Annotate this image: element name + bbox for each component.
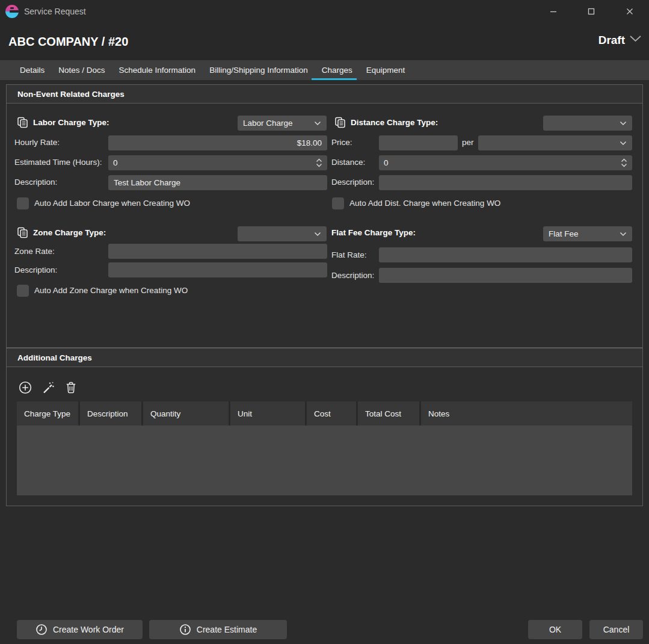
- close-icon: [626, 7, 634, 16]
- column-header-unit[interactable]: Unit: [230, 401, 307, 426]
- auto-add-zone-checkbox[interactable]: [17, 285, 29, 297]
- clock-icon: [35, 624, 48, 636]
- distance-description-input[interactable]: [379, 175, 632, 190]
- tab-schedule-information[interactable]: Schedule Information: [119, 60, 196, 80]
- flat-fee-charge-type-label: Flat Fee Charge Type:: [331, 228, 416, 237]
- zone-rate-label: Zone Rate:: [14, 247, 55, 256]
- column-header-cost[interactable]: Cost: [307, 401, 358, 426]
- copy-document-icon: [17, 117, 28, 128]
- chevron-down-icon: [620, 141, 627, 146]
- ok-button[interactable]: OK: [528, 620, 582, 639]
- minimize-icon: [549, 7, 558, 16]
- status-badge: Draft: [598, 34, 625, 47]
- service-request-window: Service Request ABC COMPANY / #20 Draft …: [0, 0, 649, 644]
- zone-description-label: Description:: [14, 265, 57, 274]
- tab-equipment[interactable]: Equipment: [366, 60, 405, 80]
- labor-charge-type-label: Labor Charge Type:: [33, 118, 109, 127]
- chevron-down-icon: [314, 121, 321, 126]
- zone-charge-type-label: Zone Charge Type:: [33, 228, 106, 237]
- flat-fee-description-label: Description:: [331, 271, 374, 280]
- flat-fee-description-input[interactable]: [379, 268, 632, 283]
- non-event-charges-panel: Non-Event Related Charges Labor Charge T…: [6, 84, 643, 348]
- zone-rate-input[interactable]: [108, 244, 327, 259]
- flat-rate-label: Flat Rate:: [331, 250, 367, 259]
- chevron-down-icon: [620, 121, 627, 126]
- chevron-down-icon: [620, 232, 627, 237]
- tab-billing-shipping-information[interactable]: Billing/Shipping Information: [209, 60, 308, 80]
- zone-charge-type-select[interactable]: [238, 226, 327, 241]
- zone-description-input[interactable]: [108, 262, 327, 277]
- price-label: Price:: [331, 138, 352, 147]
- minimize-button[interactable]: [543, 2, 564, 20]
- table-header-row: Charge Type Description Quantity Unit Co…: [17, 401, 632, 426]
- ok-label: OK: [549, 625, 561, 634]
- delete-charge-button[interactable]: [63, 380, 79, 395]
- auto-add-distance-checkbox[interactable]: [332, 197, 344, 209]
- maximize-icon: [587, 7, 595, 16]
- trash-icon: [64, 380, 78, 395]
- price-input[interactable]: [379, 135, 458, 150]
- auto-add-labor-checkbox[interactable]: [17, 197, 29, 209]
- per-unit-select[interactable]: [478, 135, 632, 150]
- copy-document-icon: [334, 117, 346, 128]
- page-title: ABC COMPANY / #20: [8, 35, 128, 49]
- tab-bar: Details Notes / Docs Schedule Informatio…: [0, 60, 649, 80]
- per-label: per: [462, 138, 474, 147]
- estimated-time-label: Estimated Time (Hours):: [14, 158, 102, 167]
- auto-add-labor-label: Auto Add Labor Charge when Creating WO: [34, 199, 190, 208]
- column-header-total-cost[interactable]: Total Cost: [358, 401, 421, 426]
- additional-charges-panel: Additional Charges Charge Type Descripti…: [6, 348, 643, 506]
- auto-generate-charges-button[interactable]: [40, 380, 56, 395]
- app-logo-icon: [5, 5, 19, 18]
- hourly-rate-label: Hourly Rate:: [14, 138, 60, 147]
- table-empty-body[interactable]: [17, 426, 632, 495]
- cancel-label: Cancel: [603, 625, 630, 634]
- create-estimate-button[interactable]: Create Estimate: [149, 620, 287, 639]
- flat-fee-charge-type-select[interactable]: Flat Fee: [543, 226, 632, 241]
- auto-add-distance-label: Auto Add Dist. Charge when Creating WO: [349, 199, 500, 208]
- magic-wand-icon: [41, 380, 55, 395]
- titlebar: Service Request: [0, 0, 649, 23]
- labor-description-input[interactable]: [108, 175, 327, 190]
- chevron-down-icon: [314, 232, 321, 237]
- copy-document-icon: [17, 227, 28, 238]
- column-header-charge-type[interactable]: Charge Type: [17, 401, 80, 426]
- distance-description-label: Description:: [331, 178, 374, 187]
- column-header-notes[interactable]: Notes: [421, 401, 632, 426]
- document-header: ABC COMPANY / #20 Draft: [0, 23, 649, 60]
- non-event-charges-panel-title: Non-Event Related Charges: [7, 85, 642, 104]
- hourly-rate-input[interactable]: [108, 135, 327, 150]
- close-button[interactable]: [620, 2, 640, 20]
- column-header-description[interactable]: Description: [80, 401, 143, 426]
- additional-charges-panel-title: Additional Charges: [7, 348, 642, 367]
- tab-details[interactable]: Details: [20, 60, 45, 80]
- info-icon: [179, 624, 191, 636]
- window-title: Service Request: [24, 0, 86, 23]
- distance-label: Distance:: [331, 158, 365, 167]
- spinner-updown-icon: [316, 158, 322, 168]
- tab-notes-docs[interactable]: Notes / Docs: [58, 60, 105, 80]
- plus-circle-icon: [18, 380, 32, 395]
- add-charge-button[interactable]: [17, 380, 33, 395]
- maximize-button[interactable]: [581, 2, 601, 20]
- estimated-time-stepper[interactable]: 0: [108, 155, 327, 170]
- tab-charges[interactable]: Charges: [322, 60, 352, 80]
- flat-rate-input[interactable]: [379, 247, 632, 262]
- create-work-order-label: Create Work Order: [53, 625, 124, 634]
- labor-charge-type-select[interactable]: Labor Charge: [238, 116, 327, 131]
- labor-description-label: Description:: [14, 178, 57, 187]
- create-work-order-button[interactable]: Create Work Order: [17, 620, 143, 639]
- distance-charge-type-select[interactable]: [543, 116, 632, 131]
- distance-charge-type-label: Distance Charge Type:: [351, 118, 438, 127]
- column-header-quantity[interactable]: Quantity: [143, 401, 230, 426]
- spinner-updown-icon: [621, 158, 627, 168]
- create-estimate-label: Create Estimate: [197, 625, 257, 634]
- additional-charges-table: Charge Type Description Quantity Unit Co…: [17, 401, 632, 495]
- status-dropdown[interactable]: Draft: [598, 34, 642, 47]
- auto-add-zone-label: Auto Add Zone Charge when Creating WO: [34, 286, 188, 295]
- cancel-button[interactable]: Cancel: [589, 620, 643, 639]
- distance-stepper[interactable]: 0: [379, 155, 632, 170]
- chevron-down-icon: [629, 35, 642, 43]
